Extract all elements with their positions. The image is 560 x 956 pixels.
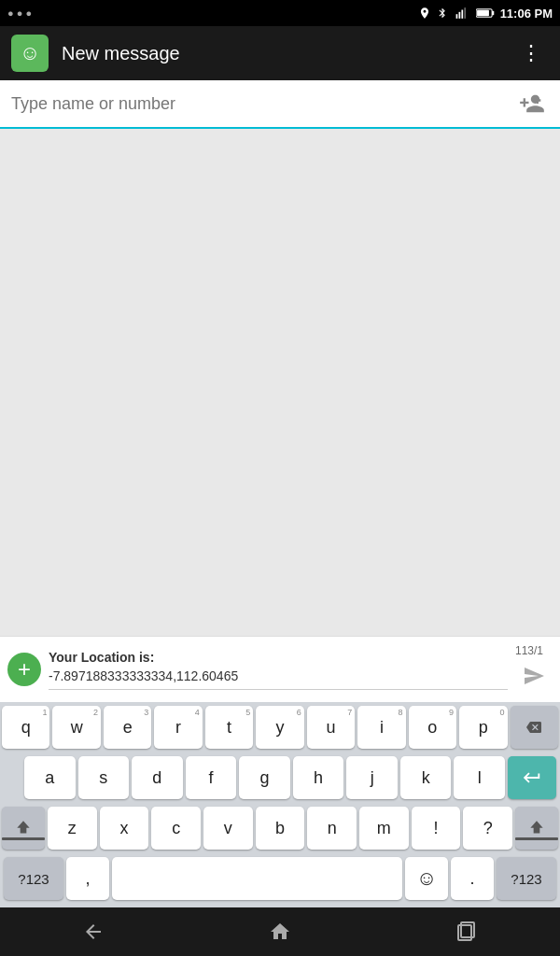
home-button[interactable] — [250, 913, 310, 950]
key-p[interactable]: 0 p — [459, 706, 507, 749]
svg-rect-3 — [464, 7, 466, 19]
sym-key-left[interactable]: ?123 — [4, 857, 63, 900]
recent-apps-button[interactable] — [437, 913, 497, 950]
location-icon — [418, 7, 431, 20]
back-nav-icon — [82, 921, 105, 943]
comma-label: , — [85, 870, 90, 887]
key-k[interactable]: k — [400, 756, 452, 799]
period-label: . — [469, 870, 474, 887]
keyboard-row-4: ?123 , ☺ . ?123 — [0, 853, 560, 907]
char-count: 113/1 — [515, 644, 543, 657]
message-area — [0, 129, 560, 636]
key-g[interactable]: g — [239, 756, 290, 799]
spacebar[interactable] — [112, 857, 402, 900]
svg-rect-0 — [455, 14, 457, 19]
app-bar: ☺ New message ⋮ — [0, 26, 560, 80]
notification-dots: ● ● ● — [7, 7, 32, 19]
key-o[interactable]: 9 o — [409, 706, 456, 749]
status-bar-left: ● ● ● — [7, 7, 418, 19]
key-f[interactable]: f — [186, 756, 237, 799]
key-b[interactable]: b — [256, 807, 305, 850]
recent-apps-icon — [455, 921, 478, 943]
status-icons: 11:06 PM — [418, 7, 553, 21]
keyboard: 1 q 2 w 3 e 4 r 5 t 6 y 7 u 8 i — [0, 702, 560, 907]
key-exclamation[interactable]: ! — [412, 807, 461, 850]
overflow-menu-button[interactable]: ⋮ — [513, 34, 549, 73]
key-w[interactable]: 2 w — [52, 706, 100, 749]
backspace-icon — [524, 720, 544, 735]
location-label: Your Location is: — [49, 650, 154, 665]
key-j[interactable]: j — [346, 756, 398, 799]
status-bar: ● ● ● 11:06 PM — [0, 0, 560, 26]
svg-rect-6 — [492, 11, 494, 15]
key-z[interactable]: z — [48, 807, 97, 850]
sym-key-right[interactable]: ?123 — [497, 857, 556, 900]
shift-left-key[interactable] — [2, 807, 45, 850]
add-contact-button[interactable] — [515, 87, 549, 120]
keyboard-row-3: z x c v b n m ! ? — [0, 803, 560, 853]
shift-right-key[interactable] — [515, 807, 558, 850]
sym-label: ?123 — [18, 872, 49, 886]
back-button[interactable] — [63, 913, 123, 950]
attach-button[interactable]: + — [7, 653, 41, 686]
key-s[interactable]: s — [78, 756, 130, 799]
app-title: New message — [62, 43, 513, 64]
key-h[interactable]: h — [293, 756, 344, 799]
emoji-key[interactable]: ☺ — [405, 857, 448, 900]
svg-rect-1 — [458, 12, 460, 19]
key-t[interactable]: 5 t — [205, 706, 253, 749]
plus-icon: + — [18, 658, 31, 681]
battery-icon — [476, 7, 495, 19]
status-time: 11:06 PM — [500, 7, 553, 21]
compose-location-text: Your Location is: -7.897188333333334,112… — [49, 649, 508, 685]
recipient-bar — [0, 80, 560, 129]
key-r[interactable]: 4 r — [154, 706, 202, 749]
key-d[interactable]: d — [132, 756, 183, 799]
recipient-input[interactable] — [11, 94, 515, 114]
bluetooth-icon — [437, 7, 448, 20]
emoji-label: ☺ — [416, 868, 437, 889]
enter-key[interactable] — [508, 756, 556, 799]
compose-bar: + Your Location is: -7.897188333333334,1… — [0, 636, 560, 702]
svg-rect-5 — [477, 10, 489, 16]
key-a[interactable]: a — [24, 756, 76, 799]
compose-text-area: Your Location is: -7.897188333333334,112… — [49, 649, 508, 690]
key-x[interactable]: x — [100, 807, 149, 850]
app-icon-smiley: ☺ — [20, 41, 40, 65]
enter-icon — [522, 767, 542, 788]
key-l[interactable]: l — [454, 756, 505, 799]
key-u[interactable]: 7 u — [307, 706, 355, 749]
key-i[interactable]: 8 i — [357, 706, 405, 749]
shift-icon — [14, 817, 33, 836]
send-icon — [523, 665, 545, 687]
location-value: -7.897188333333334,112.60465 — [49, 668, 238, 683]
keyboard-row-1: 1 q 2 w 3 e 4 r 5 t 6 y 7 u 8 i — [0, 702, 560, 752]
key-y[interactable]: 6 y — [256, 706, 303, 749]
key-m[interactable]: m — [359, 807, 409, 850]
comma-key[interactable]: , — [66, 857, 109, 900]
sym2-label: ?123 — [511, 872, 541, 886]
key-question[interactable]: ? — [463, 807, 512, 850]
signal-icon — [454, 7, 470, 20]
backspace-key[interactable] — [511, 706, 558, 749]
svg-rect-2 — [461, 10, 463, 19]
bottom-nav — [0, 907, 560, 956]
app-icon: ☺ — [11, 35, 49, 72]
send-button[interactable] — [515, 657, 553, 695]
key-e[interactable]: 3 e — [104, 706, 151, 749]
home-nav-icon — [269, 921, 291, 943]
key-v[interactable]: v — [203, 807, 253, 850]
key-n[interactable]: n — [307, 807, 357, 850]
keyboard-row-2: a s d f g h j k l — [0, 752, 560, 803]
period-key[interactable]: . — [451, 857, 494, 900]
key-q[interactable]: 1 q — [2, 706, 49, 749]
add-contact-icon — [519, 91, 545, 117]
shift-right-icon — [527, 817, 546, 836]
key-c[interactable]: c — [151, 807, 201, 850]
